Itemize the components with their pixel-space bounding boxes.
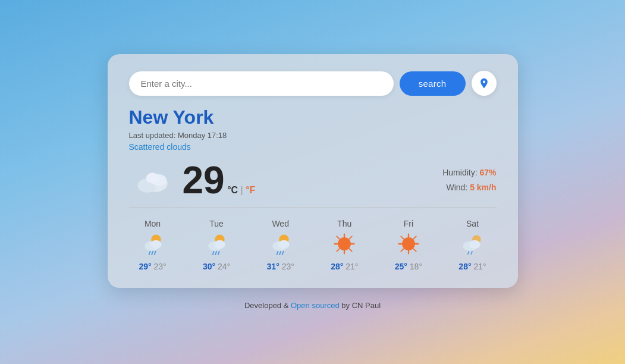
svg-point-6 xyxy=(150,240,161,249)
search-row: search xyxy=(129,71,497,96)
city-name: New York xyxy=(129,106,497,128)
forecast-day: Mon 29° 23° xyxy=(129,219,177,271)
humidity-row: Humidity: 67% xyxy=(442,165,496,180)
forecast-lo: 23° xyxy=(282,262,294,271)
weather-card: search New York Last updated: Monday 17:… xyxy=(108,54,518,288)
meta-section: Humidity: 67% Wind: 5 km/h xyxy=(442,165,496,195)
day-label: Tue xyxy=(209,219,224,228)
svg-point-42 xyxy=(470,240,480,249)
wind-value: 5 km/h xyxy=(470,183,496,192)
forecast-day: Tue 30° 24° xyxy=(193,219,240,271)
forecast-lo: 18° xyxy=(410,262,422,271)
day-label: Sat xyxy=(466,219,479,228)
forecast-lo: 21° xyxy=(346,262,358,271)
forecast-temps: 25° 18° xyxy=(395,262,422,271)
forecast-temps: 28° 21° xyxy=(458,262,486,271)
weather-condition: Scattered clouds xyxy=(129,142,497,152)
temp-value: 29 xyxy=(183,159,225,202)
svg-line-15 xyxy=(218,252,219,255)
footer-text-after: by CN Paul xyxy=(340,301,381,310)
forecast-temps: 29° 23° xyxy=(139,262,166,271)
footer: Developed & Open sourced by CN Paul xyxy=(244,301,381,310)
forecast-lo: 23° xyxy=(153,262,166,271)
rainy-cloud-icon xyxy=(141,232,165,258)
svg-line-19 xyxy=(277,252,278,255)
svg-line-28 xyxy=(349,249,352,252)
last-updated: Last updated: Monday 17:18 xyxy=(129,131,497,140)
day-label: Fri xyxy=(404,219,413,228)
sun-icon xyxy=(397,232,420,258)
celsius-unit[interactable]: °C xyxy=(227,185,238,195)
forecast-hi: 30° xyxy=(203,262,215,271)
svg-line-38 xyxy=(413,236,416,239)
rainy-cloud-icon xyxy=(269,232,293,258)
day-label: Wed xyxy=(272,219,289,228)
forecast-lo: 21° xyxy=(473,262,486,271)
forecast-hi: 29° xyxy=(139,262,151,271)
wind-row: Wind: 5 km/h xyxy=(442,180,496,195)
svg-line-9 xyxy=(154,252,155,255)
svg-point-18 xyxy=(278,240,289,249)
svg-line-14 xyxy=(215,252,216,255)
cloud-icon xyxy=(129,165,172,196)
svg-line-13 xyxy=(213,252,214,255)
search-button[interactable]: search xyxy=(400,71,466,96)
unit-sep: | xyxy=(241,185,246,195)
forecast-day: Sat 28° 21° xyxy=(448,219,496,271)
svg-line-27 xyxy=(337,236,340,239)
svg-line-8 xyxy=(152,252,153,255)
forecast-row: Mon 29° 23°Tue 30° 24°Wed xyxy=(129,219,497,271)
location-icon xyxy=(478,77,490,89)
forecast-temps: 28° 21° xyxy=(331,262,358,271)
svg-line-21 xyxy=(282,252,283,255)
forecast-day: Thu 28° 21° xyxy=(321,219,368,271)
sun-icon xyxy=(332,232,356,258)
divider xyxy=(129,208,497,208)
temp-units: °C | °F xyxy=(227,185,255,195)
day-label: Mon xyxy=(145,219,161,228)
humidity-label: Humidity: xyxy=(442,168,477,177)
forecast-hi: 28° xyxy=(458,262,471,271)
forecast-hi: 25° xyxy=(395,262,407,271)
svg-line-7 xyxy=(149,252,150,255)
current-weather: 29 °C | °F Humidity: 67% Wind: 5 km/h xyxy=(129,161,497,199)
forecast-temps: 30° 24° xyxy=(203,262,230,271)
day-label: Thu xyxy=(337,219,351,228)
footer-link[interactable]: Open sourced xyxy=(291,301,340,310)
svg-line-39 xyxy=(401,249,404,252)
svg-line-43 xyxy=(468,252,469,255)
forecast-lo: 24° xyxy=(218,262,230,271)
search-input[interactable] xyxy=(129,71,394,96)
svg-point-12 xyxy=(214,240,225,249)
svg-line-29 xyxy=(349,236,352,239)
temperature-display: 29 °C | °F xyxy=(183,161,256,199)
rainy-cloud-icon xyxy=(205,232,228,258)
rainy-cloud-light-icon xyxy=(460,232,484,258)
svg-line-36 xyxy=(401,236,404,239)
svg-line-20 xyxy=(279,252,281,255)
forecast-day: Wed 31° 23° xyxy=(257,219,304,271)
svg-line-30 xyxy=(337,249,340,252)
humidity-value: 67% xyxy=(479,168,496,177)
footer-text-before: Developed & xyxy=(244,301,291,310)
forecast-hi: 28° xyxy=(331,262,343,271)
fahrenheit-unit[interactable]: °F xyxy=(246,185,255,195)
location-button[interactable] xyxy=(472,71,497,96)
forecast-day: Fri 25° 18° xyxy=(385,219,432,271)
svg-point-3 xyxy=(146,172,159,183)
svg-line-44 xyxy=(472,252,473,255)
temp-section: 29 °C | °F xyxy=(129,161,256,199)
wind-label: Wind: xyxy=(446,183,467,192)
forecast-temps: 31° 23° xyxy=(267,262,294,271)
forecast-hi: 31° xyxy=(267,262,279,271)
svg-line-37 xyxy=(413,249,416,252)
